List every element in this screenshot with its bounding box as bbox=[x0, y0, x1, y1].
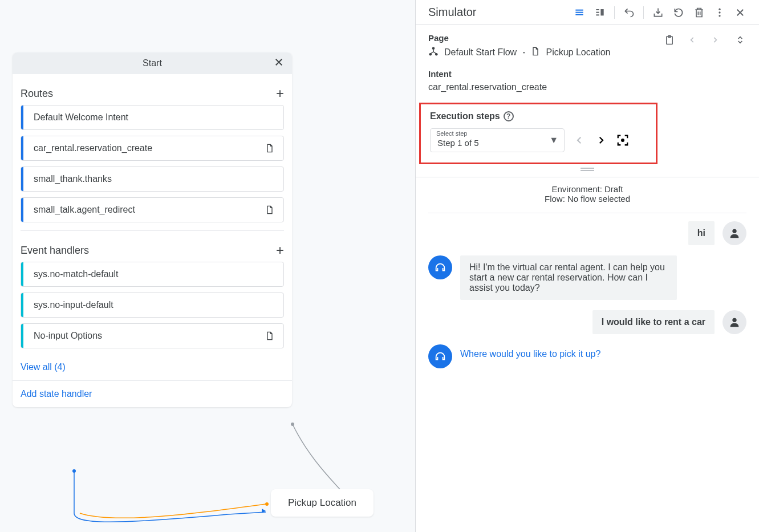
route-item[interactable]: car_rental.reservation_create bbox=[21, 136, 284, 161]
agent-message: Hi! I'm the virtual car rental agent. I … bbox=[460, 255, 677, 300]
view-split-icon[interactable] bbox=[594, 6, 606, 19]
more-icon[interactable] bbox=[713, 6, 726, 19]
drag-handle[interactable] bbox=[581, 168, 594, 171]
exec-steps-label: Execution steps bbox=[430, 111, 500, 121]
agent-message-link[interactable]: Where would you like to pick it up? bbox=[460, 344, 600, 364]
page-icon bbox=[265, 143, 275, 154]
svg-rect-5 bbox=[575, 14, 583, 15]
add-state-handler-link[interactable]: Add state handler bbox=[13, 381, 292, 407]
svg-rect-3 bbox=[575, 9, 583, 10]
svg-point-20 bbox=[732, 318, 736, 322]
clipboard-icon[interactable] bbox=[663, 34, 676, 46]
reset-icon[interactable] bbox=[672, 6, 685, 19]
simulator-title: Simulator bbox=[428, 6, 476, 19]
node-pickup-location[interactable]: Pickup Location bbox=[271, 489, 374, 517]
handler-item[interactable]: sys.no-input-default bbox=[21, 293, 284, 318]
page-icon bbox=[265, 330, 275, 342]
svg-point-19 bbox=[732, 229, 736, 233]
user-avatar bbox=[723, 221, 746, 245]
agent-avatar bbox=[428, 255, 452, 279]
svg-point-15 bbox=[432, 47, 435, 50]
svg-point-12 bbox=[719, 15, 720, 17]
svg-rect-4 bbox=[575, 11, 583, 13]
route-item[interactable]: small_talk.agent_redirect bbox=[21, 197, 284, 222]
undo-icon[interactable] bbox=[623, 6, 635, 19]
routes-section-title: Routes + bbox=[21, 80, 284, 105]
chat-area: Environment: Draft Flow: No flow selecte… bbox=[416, 177, 759, 368]
svg-point-1 bbox=[72, 469, 76, 473]
simulator-toolbar bbox=[573, 6, 746, 19]
add-handler-icon[interactable]: + bbox=[276, 242, 284, 258]
execution-steps-box: Execution steps ? Select step Step 1 of … bbox=[419, 103, 657, 164]
view-list-icon[interactable] bbox=[573, 6, 586, 19]
user-message: hi bbox=[688, 221, 715, 245]
page-icon bbox=[265, 204, 275, 216]
page-prev-icon[interactable] bbox=[688, 36, 699, 44]
breadcrumb: Default Start Flow - Pickup Location bbox=[428, 46, 746, 59]
svg-point-18 bbox=[622, 139, 624, 141]
user-avatar bbox=[723, 310, 746, 334]
collapse-icon[interactable] bbox=[734, 34, 746, 46]
route-item[interactable]: Default Welcome Intent bbox=[21, 105, 284, 130]
svg-point-0 bbox=[291, 423, 294, 426]
close-simulator-icon[interactable] bbox=[734, 6, 746, 19]
svg-rect-9 bbox=[600, 9, 603, 15]
step-select[interactable]: Select step Step 1 of 5 ▼ bbox=[430, 128, 565, 152]
add-route-icon[interactable]: + bbox=[276, 86, 284, 101]
flow-icon bbox=[428, 46, 439, 59]
handler-item[interactable]: No-input Options bbox=[21, 323, 284, 348]
svg-rect-7 bbox=[596, 11, 599, 13]
svg-point-2 bbox=[265, 502, 269, 506]
panel-header: Start bbox=[13, 52, 292, 74]
start-panel: Start Routes + Default Welcome Intent ca… bbox=[13, 52, 292, 407]
environment-info: Environment: Draft Flow: No flow selecte… bbox=[428, 177, 746, 213]
simulator-header: Simulator bbox=[416, 0, 759, 25]
intent-value: car_rental.reservation_create bbox=[428, 82, 746, 92]
handlers-section-title: Event handlers + bbox=[21, 237, 284, 262]
page-label: Page bbox=[428, 33, 449, 43]
simulator-panel: Simulator Page Default Start F bbox=[415, 0, 759, 532]
trash-icon[interactable] bbox=[693, 6, 705, 19]
intent-label: Intent bbox=[428, 69, 746, 79]
help-icon[interactable]: ? bbox=[504, 111, 514, 121]
route-item[interactable]: small_thank.thanks bbox=[21, 166, 284, 192]
view-all-link[interactable]: View all (4) bbox=[13, 354, 292, 380]
focus-icon[interactable] bbox=[616, 133, 630, 147]
close-icon[interactable] bbox=[274, 57, 284, 70]
user-message: I would like to rent a car bbox=[592, 310, 715, 334]
page-icon bbox=[531, 46, 540, 59]
dropdown-icon: ▼ bbox=[549, 135, 558, 145]
svg-rect-6 bbox=[596, 9, 599, 10]
step-next-icon[interactable] bbox=[594, 133, 608, 147]
svg-point-10 bbox=[719, 8, 720, 10]
svg-point-11 bbox=[719, 11, 720, 13]
download-icon[interactable] bbox=[652, 6, 664, 19]
svg-rect-8 bbox=[596, 14, 599, 15]
agent-avatar bbox=[428, 344, 452, 368]
handler-item[interactable]: sys.no-match-default bbox=[21, 262, 284, 287]
step-prev-icon bbox=[573, 133, 586, 147]
page-next-icon[interactable] bbox=[711, 36, 721, 44]
panel-title: Start bbox=[143, 58, 162, 68]
